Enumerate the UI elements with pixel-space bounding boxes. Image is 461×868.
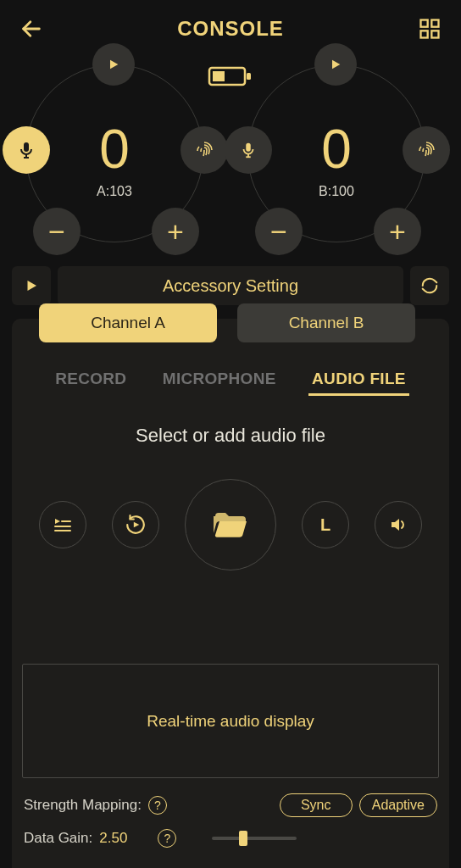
channel-b-dial: 0 B:100 − +: [247, 64, 425, 242]
sync-button[interactable]: Sync: [280, 793, 353, 817]
svg-marker-17: [55, 519, 60, 524]
channel-b-minus-button[interactable]: −: [255, 208, 303, 255]
channel-a-dial: 0 A:103 − +: [25, 64, 203, 242]
plus-icon: +: [389, 217, 406, 246]
data-gain-slider[interactable]: [212, 837, 297, 840]
data-gain-label: Data Gain:: [24, 830, 92, 847]
page-title: CONSOLE: [177, 17, 284, 41]
channel-b-label: B:100: [248, 184, 425, 199]
minus-icon: −: [270, 217, 287, 246]
grid-menu-button[interactable]: [415, 14, 444, 43]
volume-button[interactable]: [375, 501, 422, 548]
tab-channel-a[interactable]: Channel A: [39, 303, 217, 342]
loop-l-label: L: [320, 515, 330, 535]
adaptive-button[interactable]: Adaptive: [359, 793, 437, 817]
channel-a-plus-button[interactable]: +: [152, 208, 199, 255]
playlist-button[interactable]: [39, 501, 86, 548]
accessory-setting-button[interactable]: Accessory Setting: [58, 266, 403, 305]
channel-a-play-button[interactable]: [92, 43, 135, 86]
svg-marker-8: [110, 60, 118, 70]
open-folder-button[interactable]: [185, 479, 276, 570]
channel-b-fingerprint-button[interactable]: [403, 126, 450, 174]
realtime-audio-display: Real-time audio display: [22, 664, 439, 778]
svg-marker-22: [392, 519, 399, 531]
playlist-icon: [53, 515, 73, 535]
replay-button[interactable]: [112, 501, 159, 548]
microphone-icon: [16, 140, 36, 160]
replay-icon: [125, 514, 147, 536]
play-icon: [24, 278, 39, 293]
svg-marker-12: [332, 60, 340, 70]
strength-mapping-label: Strength Mapping:: [24, 797, 142, 814]
data-gain-help[interactable]: ?: [158, 829, 176, 848]
fingerprint-icon: [416, 140, 436, 160]
plus-icon: +: [167, 217, 184, 246]
tab-record[interactable]: RECORD: [52, 363, 130, 396]
svg-rect-6: [247, 73, 251, 80]
arrow-left-icon: [19, 17, 43, 41]
microphone-icon: [239, 141, 258, 159]
tab-channel-b[interactable]: Channel B: [237, 303, 415, 342]
svg-rect-4: [431, 31, 438, 37]
channel-a-mic-button[interactable]: [3, 126, 50, 174]
channel-a-minus-button[interactable]: −: [33, 208, 81, 255]
tab-microphone[interactable]: MICROPHONE: [159, 363, 280, 396]
channel-b-play-button[interactable]: [314, 43, 357, 86]
folder-open-icon: [210, 504, 251, 545]
strength-mapping-help[interactable]: ?: [148, 796, 167, 815]
svg-marker-16: [28, 281, 37, 291]
play-icon: [107, 58, 120, 71]
svg-marker-21: [134, 522, 140, 528]
fingerprint-icon: [194, 140, 214, 160]
back-button[interactable]: [17, 14, 46, 43]
tab-audio-file[interactable]: AUDIO FILE: [308, 363, 409, 396]
audio-file-prompt: Select or add audio file: [12, 425, 449, 447]
accessory-play-button[interactable]: [12, 266, 51, 305]
channel-a-label: A:103: [26, 184, 203, 199]
channel-a-value: 0: [26, 118, 203, 181]
channel-b-value: 0: [248, 118, 425, 181]
channel-b-mic-button[interactable]: [225, 126, 272, 174]
battery-icon: [208, 64, 253, 88]
battery-indicator: [208, 64, 253, 92]
data-gain-value: 2.50: [99, 830, 127, 847]
slider-thumb-icon: [239, 831, 247, 846]
refresh-icon: [420, 276, 439, 295]
play-icon: [329, 58, 342, 71]
content-panel: Channel A Channel B RECORD MICROPHONE AU…: [12, 319, 449, 868]
svg-rect-3: [421, 31, 428, 37]
svg-rect-13: [246, 143, 251, 152]
minus-icon: −: [48, 217, 65, 246]
channel-a-fingerprint-button[interactable]: [181, 126, 228, 174]
channel-b-plus-button[interactable]: +: [374, 208, 421, 255]
accessory-refresh-button[interactable]: [410, 266, 449, 305]
loop-button[interactable]: L: [302, 501, 349, 548]
svg-rect-1: [421, 20, 428, 27]
svg-rect-7: [213, 71, 225, 81]
svg-rect-9: [24, 142, 29, 152]
speaker-icon: [388, 515, 408, 535]
grid-icon: [418, 17, 442, 41]
svg-rect-2: [431, 20, 438, 27]
